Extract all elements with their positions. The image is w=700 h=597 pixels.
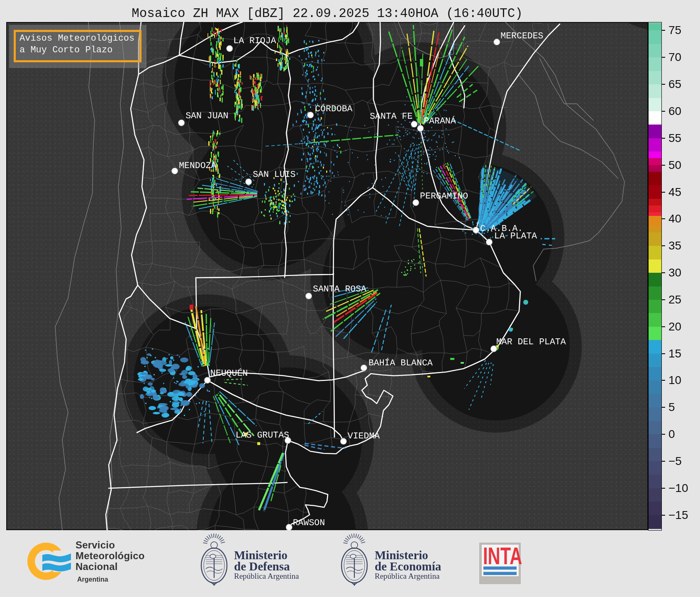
svg-text:INTA: INTA <box>483 542 522 569</box>
